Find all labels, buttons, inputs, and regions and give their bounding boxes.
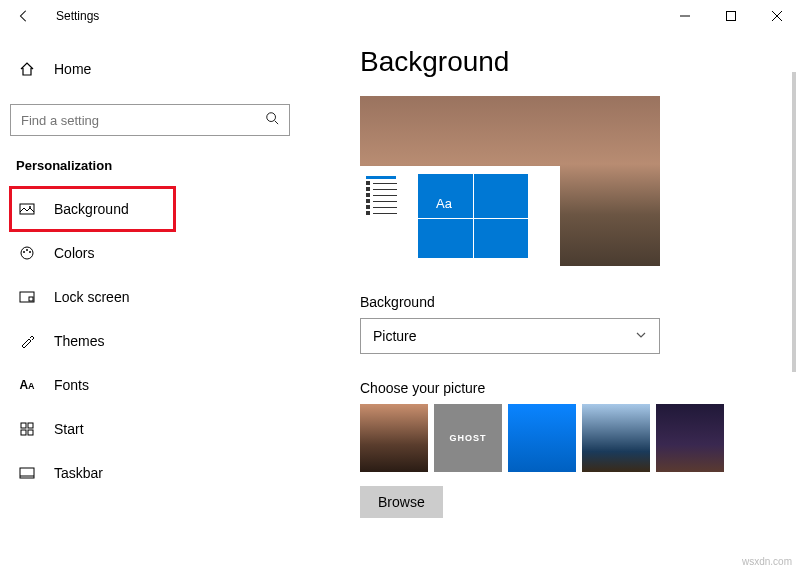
sidebar-item-label: Background (54, 201, 129, 217)
picture-thumbnails: GHOST (360, 404, 760, 472)
sidebar-item-background[interactable]: Background (10, 187, 175, 231)
choose-picture-label: Choose your picture (360, 380, 760, 396)
svg-point-7 (29, 206, 31, 208)
start-icon (16, 421, 38, 437)
svg-point-9 (23, 251, 25, 253)
sidebar-item-label: Lock screen (54, 289, 129, 305)
maximize-button[interactable] (708, 0, 754, 32)
sidebar-item-fonts[interactable]: AA Fonts (10, 363, 290, 407)
sidebar-item-label: Fonts (54, 377, 89, 393)
picture-thumb[interactable] (360, 404, 428, 472)
background-preview: Aa (360, 96, 660, 266)
search-input-container[interactable] (10, 104, 290, 136)
svg-rect-14 (21, 423, 26, 428)
sidebar-item-label: Start (54, 421, 84, 437)
svg-rect-6 (20, 204, 34, 214)
main-content: Background Aa Background Picture Choose (300, 32, 800, 573)
sidebar-item-label: Colors (54, 245, 94, 261)
svg-rect-16 (21, 430, 26, 435)
svg-point-8 (21, 247, 33, 259)
svg-point-10 (26, 249, 28, 251)
dropdown-value: Picture (373, 328, 417, 344)
svg-rect-1 (727, 12, 736, 21)
page-title: Background (360, 46, 760, 78)
fonts-icon: AA (16, 378, 38, 392)
home-icon (16, 61, 38, 77)
palette-icon (16, 245, 38, 261)
category-header: Personalization (10, 158, 290, 173)
taskbar-icon (16, 465, 38, 481)
svg-rect-13 (29, 297, 33, 301)
picture-thumb[interactable] (582, 404, 650, 472)
scrollbar-thumb[interactable] (792, 72, 796, 372)
sidebar-item-label: Themes (54, 333, 105, 349)
picture-icon (16, 201, 38, 217)
sidebar-item-start[interactable]: Start (10, 407, 290, 451)
picture-thumb[interactable]: GHOST (434, 404, 502, 472)
svg-point-4 (267, 113, 276, 122)
search-input[interactable] (21, 113, 265, 128)
themes-icon (16, 333, 38, 349)
background-dropdown[interactable]: Picture (360, 318, 660, 354)
svg-rect-15 (28, 423, 33, 428)
svg-rect-17 (28, 430, 33, 435)
watermark: wsxdn.com (742, 556, 792, 567)
sample-text: Aa (436, 196, 452, 211)
svg-point-11 (29, 251, 31, 253)
home-nav-item[interactable]: Home (10, 50, 290, 88)
lock-screen-icon (16, 289, 38, 305)
search-icon (265, 111, 279, 129)
sidebar-item-taskbar[interactable]: Taskbar (10, 451, 290, 495)
chevron-down-icon (635, 328, 647, 344)
window-title: Settings (56, 9, 99, 23)
minimize-button[interactable] (662, 0, 708, 32)
sidebar-item-themes[interactable]: Themes (10, 319, 290, 363)
sidebar-item-lock-screen[interactable]: Lock screen (10, 275, 290, 319)
sidebar-item-label: Taskbar (54, 465, 103, 481)
home-label: Home (54, 61, 91, 77)
close-button[interactable] (754, 0, 800, 32)
picture-thumb[interactable] (656, 404, 724, 472)
browse-button[interactable]: Browse (360, 486, 443, 518)
sidebar-item-colors[interactable]: Colors (10, 231, 290, 275)
background-dropdown-label: Background (360, 294, 760, 310)
picture-thumb[interactable] (508, 404, 576, 472)
back-button[interactable] (8, 0, 40, 32)
window-controls (662, 0, 800, 32)
svg-line-5 (275, 121, 279, 125)
sidebar: Home Personalization Background Colors L… (0, 32, 300, 573)
